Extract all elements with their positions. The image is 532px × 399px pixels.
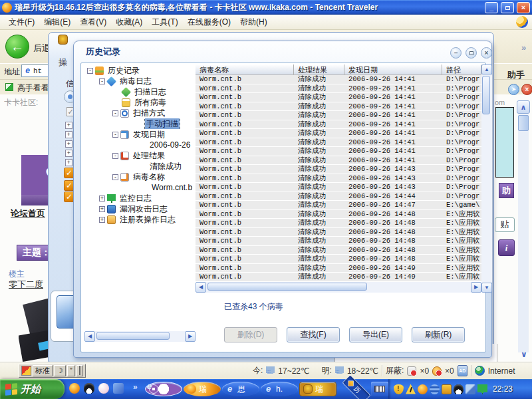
task-button[interactable]: h. [261, 382, 298, 396]
dialog-action-button[interactable]: 删除(D) [224, 327, 277, 342]
tree-hscroll-track[interactable] [95, 331, 185, 342]
found-date-icon[interactable]: 发现日期 [84, 129, 196, 140]
menu-item[interactable]: 帮助(H) [235, 15, 272, 29]
monitor-log-icon[interactable]: 监控日志 [84, 193, 196, 203]
link-item[interactable]: 高手看看 [17, 82, 49, 94]
table-header-cell[interactable]: 处理结果 [294, 65, 344, 74]
tree-expander-icon[interactable] [99, 196, 105, 201]
alert-icon[interactable] [406, 384, 416, 394]
dialog-close-button[interactable]: × [481, 47, 492, 59]
forum-home-link[interactable]: 论坛首页 [11, 207, 45, 219]
scroll-right-icon[interactable]: ▶ [471, 282, 481, 293]
tree-expander-icon[interactable] [99, 206, 105, 212]
scroll-left-icon[interactable]: ◀ [196, 282, 206, 293]
tree-hscroll-thumb[interactable] [96, 332, 170, 340]
menu-item[interactable]: 收藏(A) [111, 15, 147, 29]
table-row[interactable]: Worm.cnt.b 清除成功 2006-09-26 14:49 E:\应用软 [196, 273, 481, 281]
tree-plus-box[interactable]: + [65, 131, 72, 138]
virus-name-icon[interactable]: 病毒名称 [84, 172, 196, 182]
table-row[interactable]: Worm.cnt.b 清除成功 2006-09-26 14:48 E:\应用软 [196, 237, 481, 246]
history-log-icon[interactable]: 历史记录 [84, 65, 196, 76]
traveler-icon[interactable] [69, 383, 80, 394]
scroll-down-chevron[interactable]: ∨ [521, 352, 527, 357]
task-button[interactable]: 瑞 [299, 382, 336, 396]
result-icon[interactable]: 处理结果 [84, 150, 196, 161]
ime-softkeyboard-button[interactable] [76, 365, 83, 376]
tree-plus-box[interactable]: + [65, 159, 72, 166]
tree-expander-icon[interactable] [99, 217, 105, 223]
page-scrollbar-thumb[interactable] [518, 115, 529, 131]
tree-plus-box[interactable]: + [65, 122, 72, 129]
restore-button[interactable] [501, 2, 514, 13]
table-row[interactable]: Worm.cnt.b 清除成功 2006-09-26 14:41 D:\Prog… [196, 120, 481, 130]
table-row[interactable]: Worm.cnt.b 清除成功 2006-09-26 14:41 D:\Prog… [196, 75, 481, 84]
scroll-up-icon[interactable]: ▲ [481, 65, 492, 74]
table-row[interactable]: Worm.cnt.b 清除成功 2006-09-26 14:48 E:\应用软 [196, 228, 481, 237]
scroll-up-button[interactable]: ∧ [517, 100, 530, 114]
side-info-button[interactable]: i [498, 239, 515, 256]
menu-item[interactable]: 查看(V) [75, 15, 111, 29]
toolbar-overflow-chevron[interactable]: » [521, 43, 526, 53]
qq-icon[interactable] [454, 384, 464, 394]
tree-expander-icon[interactable] [112, 132, 118, 138]
dialog-minimize-button[interactable]: – [450, 47, 462, 59]
minimize-button[interactable]: _ [485, 2, 498, 13]
tree-expander-icon[interactable] [112, 153, 118, 159]
poster-name-link[interactable]: 零下二度 [9, 279, 43, 291]
scan-mode-icon[interactable]: 扫描方式 [84, 108, 196, 118]
tree-expander-icon[interactable] [99, 78, 105, 84]
tree-node[interactable]: 2006-09-26 [84, 140, 196, 150]
tree-expander-icon[interactable] [87, 68, 93, 74]
close-button[interactable]: × [517, 2, 530, 13]
table-row[interactable]: Worm.cnt.b 清除成功 2006-09-26 14:41 D:\Prog… [196, 111, 481, 120]
tree-expander-icon[interactable] [112, 110, 118, 116]
side-help-button[interactable]: 助 [499, 183, 514, 198]
tree-plus-box[interactable]: + [65, 150, 72, 157]
dialog-action-button[interactable]: 导出(E) [349, 327, 402, 342]
tree-node[interactable]: 手动扫描 [84, 118, 196, 129]
table-vscrollbar[interactable]: ▲ ▼ [481, 65, 492, 293]
media-icon[interactable] [113, 383, 124, 394]
table-hscrollbar[interactable]: ◀ ▶ [196, 282, 481, 293]
ime-taskbar-button[interactable] [371, 382, 388, 396]
scroll-left-icon[interactable]: ◀ [84, 331, 95, 342]
table-row[interactable]: Worm.cnt.b 清除成功 2006-09-26 14:41 D:\Prog… [196, 84, 481, 94]
tree-expander-icon[interactable] [112, 174, 118, 180]
popup-blocked-icon[interactable] [407, 366, 416, 376]
pin-panel-button[interactable]: ➤ [508, 84, 519, 95]
menu-item[interactable]: 编辑(E) [39, 15, 75, 29]
rabbit-icon[interactable] [98, 383, 109, 394]
table-row[interactable]: Worm.cnt.b 清除成功 2006-09-26 14:43 D:\Prog… [196, 165, 481, 174]
vuln-log-icon[interactable]: 漏洞攻击日志 [84, 203, 196, 214]
table-row[interactable]: Worm.cnt.b 清除成功 2006-09-26 14:49 E:\应用软 [196, 264, 481, 273]
all-virus-icon[interactable]: 所有病毒 [84, 97, 196, 108]
table-row[interactable]: Worm.cnt.b 清除成功 2006-09-26 14:48 E:\应用软 [196, 255, 481, 264]
ime-punctuation-button[interactable]: ” [67, 365, 75, 376]
table-row[interactable]: Worm.cnt.b 清除成功 2006-09-26 14:48 E:\应用软 [196, 210, 481, 219]
table-row[interactable]: Worm.cnt.b 清除成功 2006-09-26 14:48 E:\应用软 [196, 219, 481, 228]
table-header-cell[interactable]: 病毒名称 [196, 65, 294, 74]
ime-fullhalf-button[interactable]: ☽ [54, 365, 66, 376]
scroll-down-icon[interactable]: ▼ [481, 283, 492, 293]
side-post-button[interactable]: 贴 [495, 217, 515, 232]
scan-log-icon[interactable]: 扫描日志 [84, 86, 196, 97]
start-button[interactable]: 开始 [0, 379, 65, 399]
menu-item[interactable]: 在线服务(O) [183, 15, 235, 29]
tree-plus-box[interactable]: + [65, 140, 72, 148]
table-header-cell[interactable]: 发现日期 [344, 65, 442, 74]
table-row[interactable]: Worm.cnt.b 清除成功 2006-09-26 14:41 D:\Prog… [196, 93, 481, 102]
rising-tab-operation[interactable]: 操 [59, 57, 67, 68]
table-row[interactable]: Worm.cnt.b 清除成功 2006-09-26 14:41 D:\Prog… [196, 156, 481, 166]
umbrella-icon[interactable] [477, 384, 487, 394]
table-row[interactable]: Worm.cnt.b 清除成功 2006-09-26 14:44 D:\Prog… [196, 192, 481, 201]
table-row[interactable]: Worm.cnt.b 清除成功 2006-09-26 14:47 E:\game… [196, 201, 481, 210]
page-scrollbar-track[interactable] [518, 114, 529, 352]
registry-log-icon[interactable]: 注册表操作日志 [84, 214, 196, 225]
menu-item[interactable]: 文件(F) [4, 15, 39, 29]
ime-language-icon[interactable] [21, 366, 31, 376]
table-row[interactable]: Worm.cnt.b 清除成功 2006-09-26 14:41 D:\Prog… [196, 138, 481, 148]
ad-filter-icon[interactable]: AD [458, 365, 467, 376]
table-vscroll-thumb[interactable] [482, 76, 490, 114]
tree-node[interactable]: 清除成功 [84, 161, 196, 172]
tree-hscrollbar[interactable]: ◀ ▶ [84, 331, 196, 342]
